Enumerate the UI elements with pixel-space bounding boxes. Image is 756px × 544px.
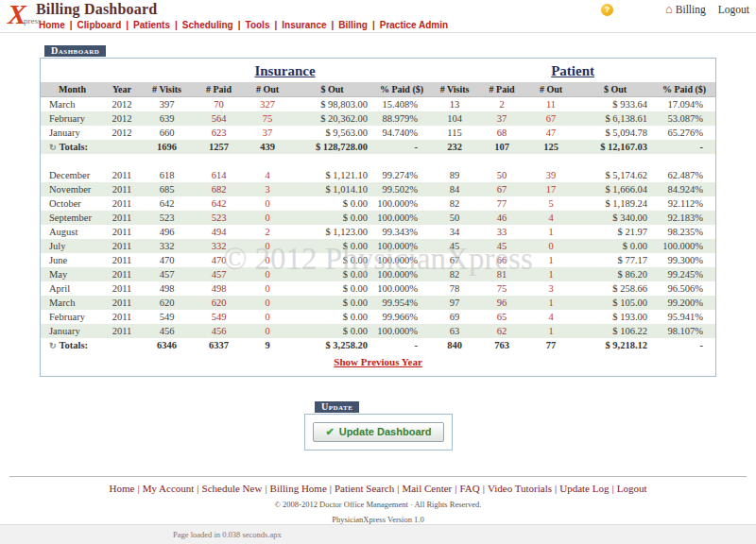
ins-out-cell[interactable]: 37 bbox=[244, 126, 291, 140]
billing-row-march-2012: March201239770327$ 98,803.0015.408%13211… bbox=[41, 97, 715, 111]
nav-item-clipboard[interactable]: Clipboard bbox=[77, 20, 122, 30]
dashboard-tab-badge[interactable]: Dashboard bbox=[44, 45, 106, 57]
pat-paid-cell[interactable]: 77 bbox=[479, 196, 524, 211]
ins-paid-cell[interactable]: 620 bbox=[194, 296, 244, 310]
footer-separator: | bbox=[483, 483, 485, 494]
ins-paid-cell[interactable]: 456 bbox=[194, 324, 244, 338]
footer-link-logout[interactable]: Logout bbox=[617, 483, 647, 494]
ins-visits-cell: 620 bbox=[140, 296, 194, 310]
ins-paid-pct-cell: 99.966% bbox=[373, 310, 430, 324]
show-previous-year-link[interactable]: Show Previous Year bbox=[334, 356, 422, 367]
ins-out-cell[interactable]: 327 bbox=[244, 97, 291, 111]
ins-out-cell[interactable]: 0 bbox=[244, 324, 291, 338]
ins-out-cell[interactable]: 0 bbox=[244, 281, 291, 296]
pat-paid-cell[interactable]: 45 bbox=[479, 239, 524, 253]
help-icon[interactable]: ? bbox=[601, 4, 613, 16]
ins-paid-cell[interactable]: 494 bbox=[194, 225, 244, 239]
ins-paid-cell[interactable]: 332 bbox=[194, 239, 244, 253]
ins-paid-cell[interactable]: 523 bbox=[194, 211, 244, 225]
nav-item-patients[interactable]: Patients bbox=[133, 20, 170, 30]
load-time-text: Page loaded in 0.038 seconds.apx bbox=[173, 530, 282, 539]
footer-link-schedule-new[interactable]: Schedule New bbox=[202, 483, 263, 494]
pat-paid-cell[interactable]: 65 bbox=[479, 310, 524, 324]
ins-out-cell[interactable]: 0 bbox=[244, 310, 291, 324]
pat-paid-cell[interactable]: 66 bbox=[479, 253, 524, 267]
pat-out-cell[interactable]: 4 bbox=[524, 310, 577, 324]
pat-out-cell[interactable]: 47 bbox=[524, 126, 577, 140]
nav-item-scheduling[interactable]: Scheduling bbox=[182, 20, 233, 30]
pat-paid-cell[interactable]: 37 bbox=[479, 111, 524, 126]
ins-paid-cell[interactable]: 564 bbox=[194, 111, 244, 126]
pat-paid-cell[interactable]: 81 bbox=[479, 267, 524, 281]
pat-paid-cell[interactable]: 96 bbox=[479, 296, 524, 310]
ins-out-cell[interactable]: 0 bbox=[244, 211, 291, 225]
physicianxpress-logo[interactable]: Xpress bbox=[8, 0, 42, 28]
pat-out-cell[interactable]: 1 bbox=[524, 253, 577, 267]
billing-top-link[interactable]: Billing bbox=[676, 4, 706, 15]
pat-out-cell[interactable]: 1 bbox=[524, 225, 577, 239]
pat-paid-cell[interactable]: 62 bbox=[479, 324, 524, 338]
pat-out-cell[interactable]: 5 bbox=[524, 196, 577, 211]
ins-paid-cell[interactable]: 498 bbox=[194, 281, 244, 296]
ins-out-cell[interactable]: 4 bbox=[244, 168, 291, 182]
ins-out-cell[interactable]: 0 bbox=[244, 267, 291, 281]
pat-out-cell[interactable]: 17 bbox=[524, 182, 577, 196]
footer-link-mail-center[interactable]: Mail Center bbox=[402, 483, 452, 494]
ins-out-cell[interactable]: 75 bbox=[244, 111, 291, 126]
ins-out-cell[interactable]: 0 bbox=[244, 253, 291, 267]
ins-paid-cell[interactable]: 549 bbox=[194, 310, 244, 324]
footer-link-patient-search[interactable]: Patient Search bbox=[335, 483, 394, 494]
ins-out-cell[interactable]: 2 bbox=[244, 225, 291, 239]
pat-paid-cell[interactable]: 68 bbox=[479, 126, 524, 140]
pat-out-cell[interactable]: 3 bbox=[524, 281, 577, 296]
nav-item-billing[interactable]: Billing bbox=[338, 20, 368, 30]
footer-link-my-account[interactable]: My Account bbox=[143, 483, 195, 494]
ins-paid-cell[interactable]: 682 bbox=[194, 182, 244, 196]
ins-paid-cell[interactable]: 470 bbox=[194, 253, 244, 267]
totals-info-icon[interactable]: ↻ bbox=[49, 143, 57, 152]
pat-out-amount-cell: $ 193.00 bbox=[577, 310, 653, 324]
ins-out-cell[interactable]: 0 bbox=[244, 239, 291, 253]
pat-out-cell[interactable]: 1 bbox=[524, 296, 577, 310]
nav-item-home[interactable]: Home bbox=[39, 20, 65, 30]
ins-paid-cell[interactable]: 614 bbox=[194, 168, 244, 182]
pat-paid-cell[interactable]: 75 bbox=[479, 281, 524, 296]
footer-link-home[interactable]: Home bbox=[110, 483, 135, 494]
logout-top-link[interactable]: Logout bbox=[718, 4, 749, 15]
pat-paid-cell[interactable]: 46 bbox=[479, 211, 524, 225]
pat-out-amount-cell: $ 340.00 bbox=[577, 211, 653, 225]
pat-paid-cell[interactable]: 33 bbox=[479, 225, 524, 239]
ins-paid-pct-cell: - bbox=[373, 338, 430, 352]
ins-out-cell[interactable]: 0 bbox=[244, 196, 291, 211]
ins-visits-cell: 685 bbox=[140, 182, 194, 196]
nav-separator: | bbox=[238, 20, 241, 30]
pat-out-cell[interactable]: 11 bbox=[524, 97, 577, 111]
ins-paid-cell[interactable]: 623 bbox=[194, 126, 244, 140]
nav-item-insurance[interactable]: Insurance bbox=[282, 20, 326, 30]
ins-paid-cell: 1257 bbox=[194, 140, 244, 154]
pat-out-cell[interactable]: 4 bbox=[524, 211, 577, 225]
nav-item-tools[interactable]: Tools bbox=[246, 20, 270, 30]
totals-info-icon[interactable]: ↻ bbox=[49, 341, 57, 350]
pat-out-cell[interactable]: 0 bbox=[524, 239, 577, 253]
pat-out-cell[interactable]: 1 bbox=[524, 324, 577, 338]
nav-separator: | bbox=[70, 20, 73, 30]
ins-out-cell[interactable]: 3 bbox=[244, 182, 291, 196]
ins-out-cell[interactable]: 0 bbox=[244, 296, 291, 310]
pat-out-cell[interactable]: 67 bbox=[524, 111, 577, 126]
nav-item-practice-admin[interactable]: Practice Admin bbox=[380, 20, 448, 30]
ins-paid-cell[interactable]: 642 bbox=[194, 196, 244, 211]
pat-paid-cell[interactable]: 67 bbox=[479, 182, 524, 196]
pat-paid-cell[interactable]: 50 bbox=[479, 168, 524, 182]
footer-link-update-log[interactable]: Update Log bbox=[559, 483, 609, 494]
pat-paid-cell[interactable]: 2 bbox=[479, 97, 524, 111]
ins-paid-cell[interactable]: 457 bbox=[194, 267, 244, 281]
pat-out-cell[interactable]: 39 bbox=[524, 168, 577, 182]
footer-link-faq[interactable]: FAQ bbox=[460, 483, 480, 494]
footer-link-video-tutorials[interactable]: Video Tutorials bbox=[488, 483, 552, 494]
ins-paid-pct-cell: 15.408% bbox=[373, 97, 430, 111]
update-dashboard-button[interactable]: ✔Update Dashboard bbox=[313, 422, 443, 442]
ins-paid-cell[interactable]: 70 bbox=[194, 97, 244, 111]
pat-out-cell[interactable]: 1 bbox=[524, 267, 577, 281]
footer-link-billing-home[interactable]: Billing Home bbox=[270, 483, 327, 494]
